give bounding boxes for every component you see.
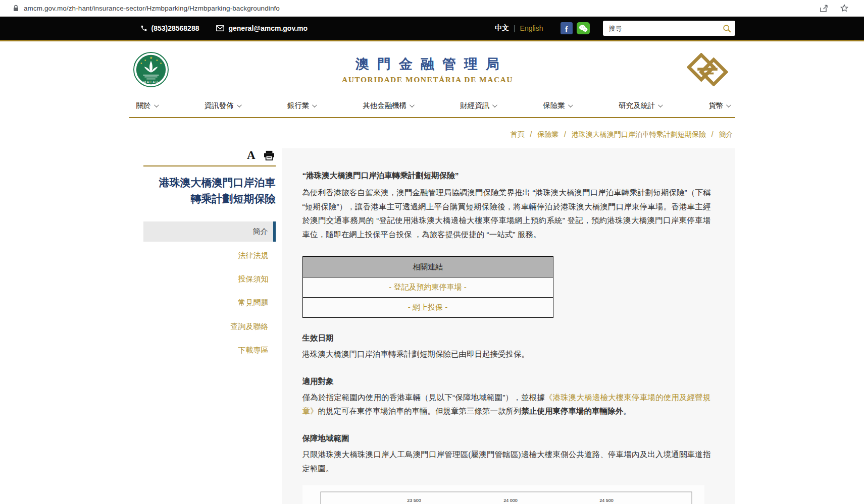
breadcrumb-separator: / [711,130,714,138]
nav-label: 銀行業 [287,101,310,110]
bookmark-star-icon[interactable] [840,4,849,13]
nav-label: 貨幣 [708,101,723,110]
breadcrumb: 首頁 / 保險業 / 港珠澳大橋澳門口岸泊車轉乘計劃短期保險 / 簡介 [129,130,735,139]
facebook-icon[interactable]: f [561,22,573,34]
search-icon[interactable] [723,24,731,33]
nav-item-banking[interactable]: 銀行業 [287,101,316,110]
nav-label: 其他金融機構 [363,101,406,110]
phone-icon [140,25,147,32]
main-content: “港珠澳大橋澳門口岸泊車轉乘計劃短期保險” 為便利香港旅客自駕來澳，澳門金融管理… [282,148,735,504]
wechat-icon[interactable] [577,22,590,34]
nav-item-about[interactable]: 關於 [136,101,158,110]
intro-paragraph: 為便利香港旅客自駕來澳，澳門金融管理局協調澳門保險業界推出 “港珠澳大橋澳門口岸… [302,186,711,241]
lock-icon [13,5,19,12]
page-title-line1: 港珠澳大橋澳門口岸泊車 [159,177,276,188]
svg-text:★: ★ [156,59,158,62]
section-heading-applicable: 適用對象 [302,376,711,387]
section-body-applicable: 僅為於指定範圍內使用的香港車輛（見以下“保障地域範圍”），並根據《港珠澳大橋邊檢… [302,390,711,418]
site-title-zh: 澳門金融管理局 [169,55,687,73]
site-title-pt: AUTORIDADE MONETÁRIA DE MACAU [169,75,687,84]
site-plan-drawing: 23 500 24 000 24 500 19 500 [302,485,704,504]
phone-number: (853)28568288 [151,24,199,32]
nav-item-insurance[interactable]: 保險業 [543,101,572,110]
search-input[interactable] [609,25,723,32]
applicable-text-bold: 禁止使用東停車場的車輛除外 [522,407,624,415]
sidebar-item-faq[interactable]: 常見問題 [143,293,276,313]
sidebar-item-enquiry[interactable]: 查詢及聯絡 [143,316,276,337]
breadcrumb-insurance[interactable]: 保險業 [537,130,558,138]
share-icon[interactable] [820,4,829,13]
sidebar: A 港珠澳大橋澳門口岸泊車 轉乘計劃短期保險 簡介 法律法規 投保須知 常見問題… [129,148,276,504]
language-switch: 中文 | English [495,24,543,33]
amcm-diamond-logo [687,53,728,86]
contact-block: (853)28568288 general@amcm.gov.mo [140,24,308,32]
svg-text:★: ★ [140,62,142,65]
chevron-down-icon [312,102,317,107]
nav-item-news[interactable]: 資訊發佈 [205,101,240,110]
chevron-down-icon [154,102,159,107]
lang-zh[interactable]: 中文 [495,24,509,33]
intro-title: “港珠澳大橋澳門口岸泊車轉乘計劃短期保險” [302,171,711,181]
page-title-line2: 轉乘計劃短期保險 [191,193,276,204]
phone-contact: (853)28568288 [140,24,199,32]
related-links-header: 相關連結 [302,257,553,277]
svg-text:★: ★ [149,56,152,60]
section-body-coverage-area: 只限港珠澳大橋珠澳口岸人工島澳門口岸管理區(屬澳門管轄區)邊檢大樓東側公共道路、… [302,447,711,475]
url-text[interactable]: amcm.gov.mo/zh-hant/insurance-sector/Hzm… [24,5,280,12]
sidebar-item-insurance-notes[interactable]: 投保須知 [143,269,276,289]
sidebar-item-laws[interactable]: 法律法規 [143,245,276,265]
nav-item-research[interactable]: 研究及統計 [619,101,662,110]
page-title: 港珠澳大橋澳門口岸泊車 轉乘計劃短期保險 [143,175,276,206]
dimension-label-1: 23 500 [407,498,421,503]
chevron-down-icon [568,102,573,107]
email-address: general@amcm.gov.mo [228,24,308,32]
applicable-text-mid: 的規定可在東停車場泊車的車輛。但規章第三條第一款所列 [318,407,522,415]
sidebar-menu: 簡介 法律法規 投保須知 常見問題 查詢及聯絡 下載專區 [143,221,276,360]
nav-item-financial-info[interactable]: 財經資訊 [460,101,496,110]
main-navigation: 關於 資訊發佈 銀行業 其他金融機構 財經資訊 保險業 研究及統計 貨幣 [129,98,735,118]
email-contact[interactable]: general@amcm.gov.mo [216,24,308,32]
search-box [603,21,735,36]
section-body-effective-date: 港珠澳大橋澳門口岸泊車轉乘計劃短期保險已由即日起接受投保。 [302,347,711,361]
breadcrumb-separator: / [530,130,532,138]
chevron-down-icon [658,102,663,107]
sidebar-item-downloads[interactable]: 下載專區 [143,340,276,360]
site-header: ★ ★ ★ ★ ★ MACAU 澳門金融管理局 AUTORIDADE MONET… [0,41,864,118]
browser-url-bar: amcm.gov.mo/zh-hant/insurance-sector/Hzm… [0,0,864,17]
nav-item-currency[interactable]: 貨幣 [708,101,730,110]
related-links-table: 相關連結 - 登記及預約東停車場 - - 網上投保 - [302,256,553,318]
nav-label: 財經資訊 [460,101,489,110]
lang-divider: | [514,24,516,32]
applicable-text-post: 。 [623,407,631,415]
chevron-down-icon [237,102,242,107]
chevron-down-icon [410,102,415,107]
breadcrumb-separator: / [564,130,566,138]
breadcrumb-home[interactable]: 首頁 [510,130,524,138]
macau-government-logo: ★ ★ ★ ★ ★ MACAU [133,52,169,87]
font-size-button[interactable]: A [247,149,256,161]
applicable-text-pre: 僅為於指定範圍內使用的香港車輛（見以下“保障地域範圍”），並根據 [302,393,545,402]
lang-en[interactable]: English [520,24,543,32]
chevron-down-icon [726,102,731,107]
breadcrumb-current: 簡介 [719,130,733,138]
section-heading-effective-date: 生效日期 [302,333,711,344]
section-heading-coverage-area: 保障地域範圍 [302,433,711,444]
svg-text:MACAU: MACAU [143,80,158,84]
nav-label: 研究及統計 [619,101,655,110]
nav-item-other-financial[interactable]: 其他金融機構 [363,101,413,110]
svg-text:★: ★ [160,62,162,65]
dimension-label-3: 24 500 [599,498,614,503]
site-title-block: 澳門金融管理局 AUTORIDADE MONETÁRIA DE MACAU [169,55,687,84]
breadcrumb-scheme[interactable]: 港珠澳大橋澳門口岸泊車轉乘計劃短期保險 [572,130,706,138]
print-icon[interactable] [264,150,275,160]
dimension-label-2: 24 000 [503,498,518,503]
nav-label: 關於 [136,101,151,110]
link-register-east-carpark[interactable]: - 登記及預約東停車場 - [389,283,466,291]
email-icon [216,25,224,31]
sidebar-item-intro[interactable]: 簡介 [143,221,276,242]
link-online-insurance[interactable]: - 網上投保 - [408,303,447,311]
top-utility-bar: (853)28568288 general@amcm.gov.mo 中文 | E… [0,17,864,40]
nav-label: 保險業 [543,101,565,110]
chevron-down-icon [492,102,497,107]
nav-label: 資訊發佈 [205,101,234,110]
